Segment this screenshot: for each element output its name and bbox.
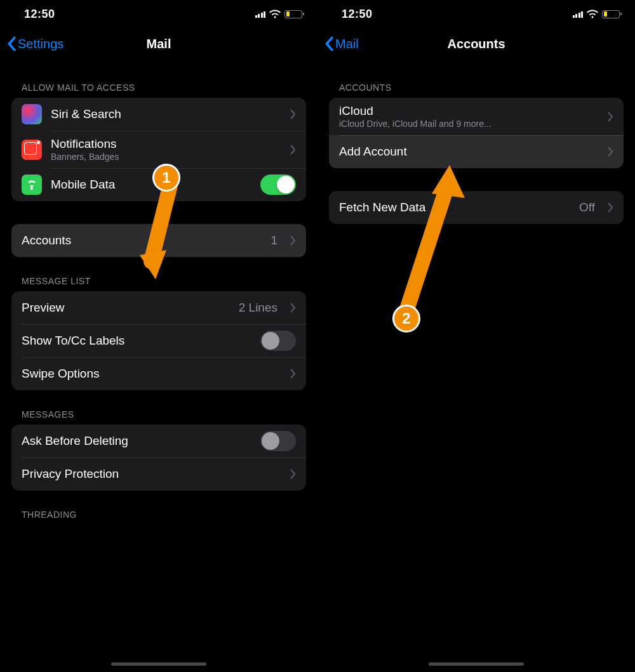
row-label: Privacy Protection (22, 467, 277, 481)
screenshot-mail-settings: 12:50 Settings Mail ALLOW MAIL TO ACCESS… (0, 0, 318, 672)
accounts-count: 1 (271, 234, 277, 247)
row-icloud-account[interactable]: iCloud iCloud Drive, iCloud Mail and 9 m… (329, 98, 624, 135)
notifications-icon (22, 140, 42, 160)
mobile-data-toggle[interactable] (260, 175, 296, 195)
chevron-right-icon (290, 303, 296, 313)
group-messages: Ask Before Deleting Privacy Protection (11, 425, 306, 491)
navigation-bar: Mail Accounts (318, 28, 635, 60)
siri-icon (22, 104, 42, 124)
row-accounts[interactable]: Accounts 1 (11, 224, 306, 257)
chevron-right-icon (290, 235, 296, 246)
row-label: Siri & Search (51, 107, 277, 121)
back-label: Mail (335, 37, 359, 51)
battery-low-icon (602, 10, 620, 18)
row-add-account[interactable]: Add Account (329, 135, 624, 168)
group-fetch: Fetch New Data Off (329, 191, 624, 224)
group-accounts: Accounts 1 (11, 224, 306, 257)
section-header-allow-access: ALLOW MAIL TO ACCESS (22, 82, 306, 93)
section-header-messages: MESSAGES (22, 409, 306, 419)
fetch-value: Off (579, 201, 595, 214)
status-indicators (255, 10, 303, 18)
row-mobile-data[interactable]: Mobile Data (11, 168, 306, 201)
status-time: 12:50 (342, 8, 373, 21)
section-header-accounts: ACCOUNTS (339, 82, 624, 93)
preview-value: 2 Lines (239, 301, 277, 315)
status-indicators (573, 10, 620, 18)
navigation-bar: Settings Mail (0, 28, 318, 60)
row-label: Mobile Data (51, 178, 251, 192)
row-preview[interactable]: Preview 2 Lines (11, 291, 306, 324)
home-indicator[interactable] (429, 662, 524, 666)
row-label: Add Account (339, 145, 595, 159)
group-message-list: Preview 2 Lines Show To/Cc Labels Swipe … (11, 291, 306, 390)
page-title: Mail (147, 37, 171, 51)
row-show-tocc[interactable]: Show To/Cc Labels (11, 324, 306, 357)
back-button-mail[interactable]: Mail (324, 36, 359, 51)
mobile-data-icon (22, 175, 42, 195)
back-label: Settings (18, 37, 64, 51)
status-time: 12:50 (24, 8, 55, 21)
ask-delete-toggle[interactable] (260, 431, 296, 451)
wifi-icon (587, 10, 598, 18)
row-subtitle: Banners, Badges (51, 152, 277, 162)
chevron-right-icon (608, 202, 613, 213)
section-header-threading: THREADING (22, 510, 306, 520)
status-bar: 12:50 (318, 0, 635, 28)
row-notifications[interactable]: Notifications Banners, Badges (11, 131, 306, 168)
row-ask-before-deleting[interactable]: Ask Before Deleting (11, 425, 306, 458)
page-title: Accounts (447, 37, 505, 51)
screenshot-accounts: 12:50 Mail Accounts ACCOUNTS iCloud iClo… (318, 0, 635, 672)
group-allow-access: Siri & Search Notifications Banners, Bad… (11, 98, 306, 201)
row-label: iCloud (339, 104, 595, 118)
wifi-icon (269, 10, 281, 18)
chevron-right-icon (290, 145, 296, 155)
row-subtitle: iCloud Drive, iCloud Mail and 9 more... (339, 119, 595, 129)
section-header-message-list: MESSAGE LIST (22, 276, 306, 286)
chevron-right-icon (290, 469, 296, 479)
row-label: Fetch New Data (339, 201, 570, 214)
chevron-right-icon (608, 112, 613, 122)
annotation-badge-2: 2 (392, 305, 420, 333)
cellular-signal-icon (255, 10, 266, 18)
chevron-left-icon (6, 36, 17, 51)
row-swipe-options[interactable]: Swipe Options (11, 357, 306, 390)
row-label: Preview (22, 301, 230, 315)
row-label: Notifications (51, 137, 277, 151)
group-accounts-list: iCloud iCloud Drive, iCloud Mail and 9 m… (329, 98, 624, 168)
chevron-right-icon (290, 109, 296, 119)
home-indicator[interactable] (111, 662, 206, 666)
row-label: Swipe Options (22, 367, 277, 381)
status-bar: 12:50 (0, 0, 318, 28)
chevron-left-icon (324, 36, 334, 51)
row-label: Accounts (22, 234, 262, 247)
chevron-right-icon (290, 369, 296, 379)
row-fetch-new-data[interactable]: Fetch New Data Off (329, 191, 624, 224)
row-privacy-protection[interactable]: Privacy Protection (11, 458, 306, 491)
chevron-right-icon (608, 147, 613, 157)
cellular-signal-icon (573, 10, 584, 18)
battery-low-icon (284, 10, 302, 18)
content-scroll[interactable]: ACCOUNTS iCloud iCloud Drive, iCloud Mai… (318, 82, 635, 224)
tocc-toggle[interactable] (260, 331, 296, 351)
row-label: Show To/Cc Labels (22, 334, 251, 348)
row-siri-search[interactable]: Siri & Search (11, 98, 306, 131)
row-label: Ask Before Deleting (22, 434, 251, 448)
content-scroll[interactable]: ALLOW MAIL TO ACCESS Siri & Search Notif… (0, 82, 318, 520)
back-button-settings[interactable]: Settings (6, 36, 64, 51)
